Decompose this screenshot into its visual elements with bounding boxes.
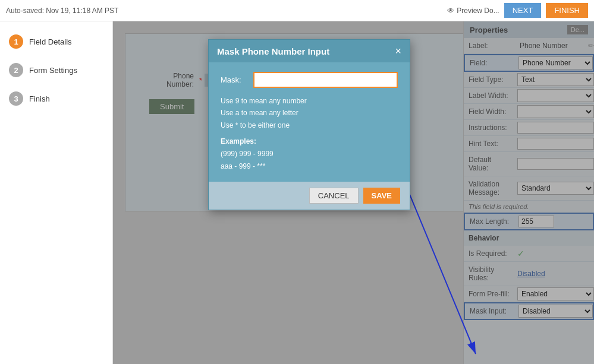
hint-1: Use 9 to mean any number <box>221 95 398 107</box>
modal-footer: CANCEL SAVE <box>209 182 410 210</box>
sidebar-item-label-3: Finish <box>29 94 50 103</box>
modal-title: Mask Phone Number Input <box>217 46 329 56</box>
mask-modal: Mask Phone Number Input × Mask: Use 9 to… <box>208 39 410 210</box>
mask-input-field[interactable] <box>253 72 398 88</box>
hint-2: Use a to mean any letter <box>221 107 398 119</box>
content-area: + PhoneNumber: * Submit <box>113 21 594 364</box>
cancel-button[interactable]: CANCEL <box>309 188 359 204</box>
step-3-num: 3 <box>9 91 23 106</box>
preview-link[interactable]: 👁 Preview Do... <box>447 7 499 15</box>
hint-3: Use * to be either one <box>221 119 398 131</box>
example-2: aaa - 999 - *** <box>221 160 398 172</box>
eye-icon: 👁 <box>447 7 454 15</box>
example-1: (999) 999 - 9999 <box>221 148 398 160</box>
next-button[interactable]: NEXT <box>504 3 542 18</box>
main-layout: 1 Field Details 2 Form Settings 3 Finish… <box>0 21 594 364</box>
modal-hints: Use 9 to mean any number Use a to mean a… <box>221 95 398 131</box>
mask-input-row: Mask: <box>221 72 398 88</box>
examples-label: Examples: <box>221 137 398 145</box>
autosave-text: Auto-saved: Nov 19, 11:18 AM PST <box>6 7 118 15</box>
sidebar-item-form-settings[interactable]: 2 Form Settings <box>0 56 112 84</box>
modal-close-button[interactable]: × <box>395 46 401 56</box>
modal-body: Mask: Use 9 to mean any number Use a to … <box>209 62 410 182</box>
sidebar-item-label-2: Form Settings <box>29 66 77 75</box>
modal-header: Mask Phone Number Input × <box>209 40 410 62</box>
sidebar-item-label-1: Field Details <box>29 37 72 46</box>
mask-label: Mask: <box>221 75 247 84</box>
top-bar: Auto-saved: Nov 19, 11:18 AM PST 👁 Previ… <box>0 0 594 21</box>
step-1-num: 1 <box>9 34 23 49</box>
step-2-num: 2 <box>9 63 23 77</box>
sidebar: 1 Field Details 2 Form Settings 3 Finish <box>0 21 113 364</box>
top-bar-actions: 👁 Preview Do... NEXT FINISH <box>447 3 588 18</box>
save-button[interactable]: SAVE <box>363 188 400 204</box>
sidebar-item-field-details[interactable]: 1 Field Details <box>0 27 112 56</box>
finish-button[interactable]: FINISH <box>546 3 588 18</box>
sidebar-item-finish[interactable]: 3 Finish <box>0 84 112 113</box>
